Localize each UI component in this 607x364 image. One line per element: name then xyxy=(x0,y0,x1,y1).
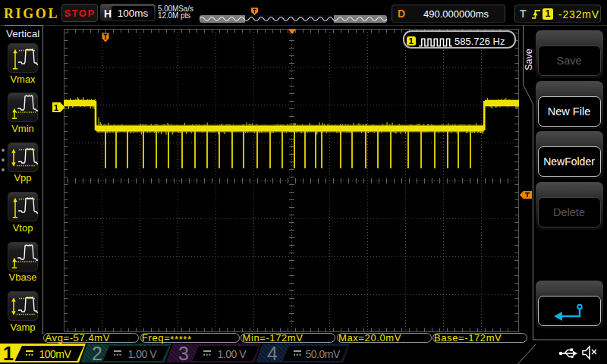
svg-text:1: 1 xyxy=(53,102,58,111)
